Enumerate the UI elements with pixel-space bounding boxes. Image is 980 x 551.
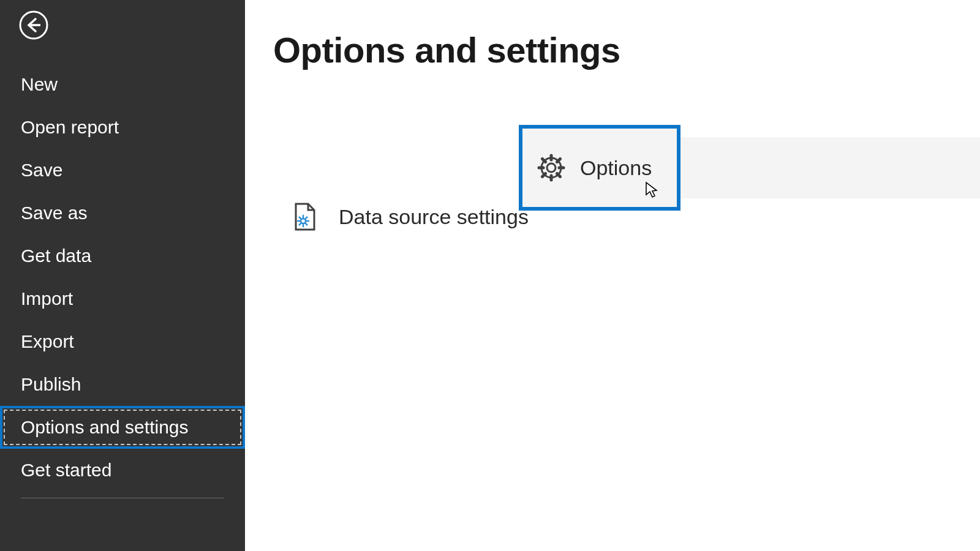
- sidebar: New Open report Save Save as Get data Im…: [0, 0, 245, 551]
- sidebar-item-get-started[interactable]: Get started: [0, 449, 245, 492]
- menu-label: Get data: [21, 246, 91, 266]
- menu-label: Get started: [21, 460, 111, 480]
- sidebar-item-options-and-settings[interactable]: Options and settings: [0, 406, 245, 449]
- svg-line-12: [300, 223, 301, 225]
- document-gear-icon: [288, 200, 322, 233]
- sidebar-item-save[interactable]: Save: [0, 149, 245, 192]
- back-button[interactable]: [18, 11, 49, 42]
- svg-point-4: [301, 219, 306, 223]
- content-area: Options and settings Options: [245, 0, 980, 551]
- svg-line-10: [306, 223, 307, 225]
- sidebar-item-save-as[interactable]: Save as: [0, 192, 245, 234]
- sidebar-item-import[interactable]: Import: [0, 277, 245, 320]
- menu-label: Publish: [21, 374, 81, 394]
- sidebar-item-publish[interactable]: Publish: [0, 363, 245, 406]
- arrow-left-circle-icon: [18, 10, 49, 43]
- content-item-options[interactable]: Options: [519, 125, 680, 211]
- sidebar-item-new[interactable]: New: [0, 63, 245, 106]
- svg-line-11: [306, 217, 307, 219]
- menu-label: Save as: [21, 203, 87, 223]
- page-title: Options and settings: [273, 29, 980, 70]
- menu-label: Import: [21, 288, 73, 309]
- sidebar-item-export[interactable]: Export: [0, 320, 245, 363]
- sidebar-item-open-report[interactable]: Open report: [0, 106, 245, 149]
- menu-label: Save: [21, 160, 62, 180]
- menu-label: Open report: [21, 117, 119, 137]
- gear-icon: [535, 151, 568, 184]
- menu-label: Export: [21, 331, 74, 351]
- sidebar-item-get-data[interactable]: Get data: [0, 234, 245, 277]
- svg-point-2: [547, 163, 556, 172]
- menu-label: New: [21, 74, 58, 94]
- option-label: Data source settings: [339, 205, 529, 229]
- sidebar-menu: New Open report Save Save as Get data Im…: [0, 63, 245, 498]
- sidebar-separator: [21, 498, 224, 498]
- svg-line-9: [300, 217, 301, 219]
- menu-label: Options and settings: [21, 417, 189, 437]
- option-label: Options: [580, 156, 652, 180]
